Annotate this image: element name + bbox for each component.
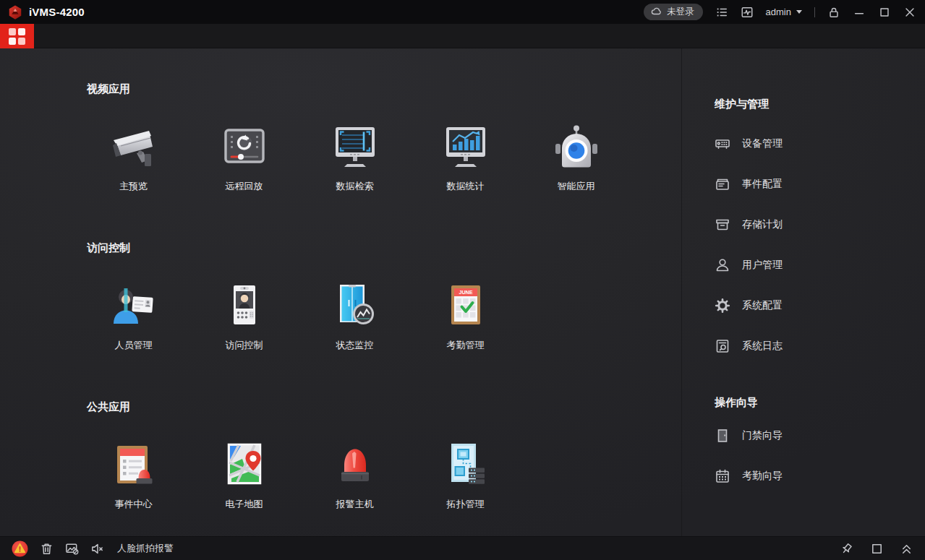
sidebar-item-label: 门禁向导 <box>742 429 783 442</box>
sidebar-items: 门禁向导 考勤向导 <box>715 415 925 496</box>
section-public-applications: 公共应用 <box>0 401 681 509</box>
app-item-topology-management[interactable]: 拓扑管理 <box>410 441 521 509</box>
sidebar: 维护与管理 设备管理 <box>681 48 925 536</box>
statusbar-left: 人脸抓拍报警 <box>12 540 174 557</box>
section-video-applications: 视频应用 <box>0 83 681 191</box>
monitor-statistics-icon <box>443 123 489 169</box>
app-item-event-center[interactable]: 事件中心 <box>78 441 189 509</box>
statusbar: 人脸抓拍报警 <box>0 536 925 560</box>
log-search-icon <box>715 338 730 354</box>
monitor-retrieval-icon <box>332 123 378 169</box>
health-monitor-icon[interactable] <box>741 6 754 19</box>
maximize-panel-icon[interactable] <box>870 542 884 556</box>
sidebar-item-attendance-wizard[interactable]: 考勤向导 <box>715 456 925 496</box>
app-title: iVMS-4200 <box>29 6 85 18</box>
tabbar <box>0 24 925 48</box>
app-item-label: 状态监控 <box>336 340 374 350</box>
section-title: 公共应用 <box>87 401 681 412</box>
intercom-icon <box>221 282 268 328</box>
maximize-button[interactable] <box>878 6 891 19</box>
sidebar-item-label: 考勤向导 <box>742 470 783 483</box>
app-item-label: 考勤管理 <box>447 340 485 350</box>
user-menu[interactable]: admin <box>766 7 802 17</box>
alarm-event-label[interactable]: 人脸抓拍报警 <box>117 542 174 555</box>
app-item-label: 事件中心 <box>115 499 153 509</box>
user-icon <box>715 257 730 273</box>
door-monitor-icon <box>332 282 378 328</box>
sidebar-item-storage-schedule[interactable]: 存储计划 <box>715 204 925 245</box>
titlebar: iVMS-4200 未登录 admin <box>0 0 925 24</box>
app-item-label: 报警主机 <box>336 499 374 509</box>
login-status-label: 未登录 <box>667 6 694 18</box>
sidebar-item-label: 设备管理 <box>742 137 783 150</box>
section-title: 视频应用 <box>87 83 681 94</box>
app-item-label: 远程回放 <box>226 181 263 191</box>
sidebar-item-label: 事件配置 <box>742 178 783 191</box>
sidebar-item-system-log[interactable]: 系统日志 <box>715 326 925 366</box>
pin-icon[interactable] <box>840 542 854 556</box>
main-panel: 视频应用 <box>0 48 681 536</box>
app-item-data-statistics[interactable]: 数据统计 <box>410 123 521 191</box>
topology-server-icon <box>443 441 489 487</box>
app-item-status-monitoring[interactable]: 状态监控 <box>299 282 410 350</box>
calendar-check-icon: JUNE <box>443 282 489 328</box>
sidebar-item-access-wizard[interactable]: 门禁向导 <box>715 415 925 456</box>
app-item-remote-playback[interactable]: 远程回放 <box>189 123 299 191</box>
app-item-intelligent-applications[interactable]: 智能应用 <box>521 123 631 191</box>
minimize-button[interactable] <box>853 6 866 19</box>
username: admin <box>766 7 791 17</box>
lock-icon[interactable] <box>827 6 840 19</box>
app-item-access-control[interactable]: 访问控制 <box>189 282 299 350</box>
app-item-alarm-host[interactable]: 报警主机 <box>299 441 410 509</box>
app-item-label: 拓扑管理 <box>447 499 485 509</box>
door-icon <box>715 428 730 444</box>
app-item-attendance-management[interactable]: JUNE 考勤管理 <box>410 282 521 350</box>
app-item-data-retrieval[interactable]: 数据检索 <box>299 123 410 191</box>
calendar-month-text: JUNE <box>459 289 472 296</box>
app-item-label: 数据统计 <box>447 181 485 191</box>
speaker-muted-icon[interactable] <box>90 542 104 556</box>
app-item-label: 主预览 <box>119 181 148 191</box>
close-button[interactable] <box>903 6 916 19</box>
login-status-button[interactable]: 未登录 <box>644 4 703 20</box>
calendar-icon <box>715 468 730 484</box>
image-off-icon[interactable] <box>65 542 79 556</box>
statusbar-right <box>840 542 913 556</box>
app-item-label: 电子地图 <box>226 499 263 509</box>
grid-menu-icon <box>9 28 25 45</box>
app-item-label: 智能应用 <box>558 181 595 191</box>
sidebar-item-user-management[interactable]: 用户管理 <box>715 245 925 285</box>
content: 视频应用 <box>0 48 925 536</box>
alarm-siren-icon <box>332 441 378 487</box>
storage-box-icon <box>715 217 730 233</box>
collapse-up-icon[interactable] <box>900 542 913 556</box>
gear-icon <box>715 298 730 314</box>
playback-panel-icon <box>221 123 268 169</box>
sidebar-item-system-configuration[interactable]: 系统配置 <box>715 285 925 326</box>
alarm-badge-icon[interactable] <box>12 540 28 557</box>
event-board-siren-icon <box>111 441 157 487</box>
cctv-camera-icon <box>111 123 157 169</box>
titlebar-right: 未登录 admin <box>644 4 916 20</box>
items-row: 主预览 <box>78 123 681 191</box>
sidebar-item-event-configuration[interactable]: 事件配置 <box>715 164 925 204</box>
trash-icon[interactable] <box>40 542 54 556</box>
app-item-emap[interactable]: 电子地图 <box>189 441 299 509</box>
sidebar-item-device-management[interactable]: 设备管理 <box>715 124 925 164</box>
person-idcard-icon <box>111 282 157 328</box>
sidebar-group-maintenance: 维护与管理 设备管理 <box>715 98 925 366</box>
section-title: 访问控制 <box>87 242 681 253</box>
task-list-icon[interactable] <box>715 6 728 19</box>
chevron-down-icon <box>796 10 802 14</box>
app-item-person-management[interactable]: 人员管理 <box>78 282 189 350</box>
app-item-label: 数据检索 <box>336 181 374 191</box>
titlebar-separator <box>814 7 815 17</box>
app-item-label: 人员管理 <box>115 340 153 350</box>
items-row: 人员管理 <box>78 282 681 350</box>
app-item-label: 访问控制 <box>226 340 263 350</box>
sidebar-item-label: 系统配置 <box>742 299 783 312</box>
app-logo-icon <box>7 4 23 20</box>
home-menu-button[interactable] <box>0 24 34 48</box>
sidebar-group-title: 操作向导 <box>715 397 925 408</box>
app-item-main-preview[interactable]: 主预览 <box>78 123 189 191</box>
